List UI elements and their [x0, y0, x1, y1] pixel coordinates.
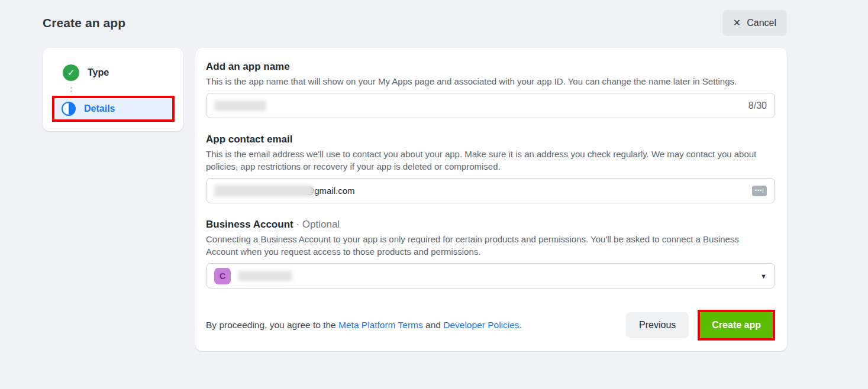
- sidebar-item-type[interactable]: ✓ Type: [54, 62, 172, 83]
- redacted-email-username: [214, 185, 314, 197]
- terms-text: By proceeding, you agree to the Meta Pla…: [206, 320, 522, 330]
- app-name-heading: Add an app name: [206, 61, 775, 73]
- business-account-section: Business Account · Optional Connecting a…: [206, 219, 775, 288]
- step-details-label: Details: [84, 103, 115, 114]
- business-avatar: C: [214, 268, 231, 284]
- step-sidebar: ✓ Type Details: [43, 48, 183, 131]
- page-header: Create an app ✕ Cancel: [43, 10, 787, 36]
- developer-policies-link[interactable]: Developer Policies.: [443, 320, 522, 330]
- app-name-section: Add an app name This is the app name tha…: [206, 61, 775, 118]
- close-icon: ✕: [733, 18, 741, 28]
- char-counter: 8/30: [748, 101, 767, 111]
- connector-dot: [70, 90, 72, 92]
- contact-email-section: App contact email This is the email addr…: [206, 134, 775, 203]
- connector-dot: [70, 87, 72, 89]
- page-title: Create an app: [43, 16, 125, 30]
- app-name-description: This is the app name that will show on y…: [206, 75, 765, 87]
- content-row: ✓ Type Details Add an app name This is t…: [43, 48, 787, 351]
- autofill-extension-icon[interactable]: •••: [752, 186, 767, 196]
- business-account-description: Connecting a Business Account to your ap…: [206, 233, 765, 258]
- details-form-card: Add an app name This is the app name tha…: [195, 48, 787, 351]
- optional-tag: · Optional: [293, 219, 340, 230]
- progress-half-circle-icon: [62, 102, 76, 116]
- meta-platform-terms-link[interactable]: Meta Platform Terms: [338, 320, 423, 330]
- business-account-select[interactable]: C ▼: [206, 263, 775, 288]
- redacted-app-name: [214, 101, 266, 111]
- cancel-button[interactable]: ✕ Cancel: [722, 10, 787, 36]
- previous-button[interactable]: Previous: [626, 312, 689, 338]
- create-app-button[interactable]: Create app: [700, 312, 773, 338]
- terms-and: and: [423, 320, 443, 330]
- terms-prefix: By proceeding, you agree to the: [206, 320, 338, 330]
- create-app-page: Create an app ✕ Cancel ✓ Type Details: [0, 0, 868, 351]
- redacted-business-name: [238, 271, 292, 281]
- annotation-box-details: Details: [52, 96, 175, 122]
- sidebar-item-details[interactable]: Details: [54, 98, 172, 119]
- business-account-heading: Business Account · Optional: [206, 219, 775, 231]
- chevron-down-icon: ▼: [760, 273, 767, 280]
- step-connector: [43, 83, 183, 96]
- app-name-input[interactable]: 8/30: [206, 93, 775, 118]
- cancel-button-label: Cancel: [747, 18, 776, 28]
- contact-email-description: This is the email address we'll use to c…: [206, 148, 765, 173]
- footer-buttons: Previous Create app: [626, 310, 775, 341]
- form-footer: By proceeding, you agree to the Meta Pla…: [206, 310, 775, 341]
- business-account-heading-text: Business Account: [206, 219, 293, 230]
- contact-email-heading: App contact email: [206, 134, 775, 145]
- check-icon: ✓: [63, 64, 79, 81]
- annotation-box-create-app: Create app: [698, 310, 775, 341]
- step-type-label: Type: [88, 67, 109, 78]
- contact-email-input[interactable]: @gmail.com •••: [206, 178, 775, 203]
